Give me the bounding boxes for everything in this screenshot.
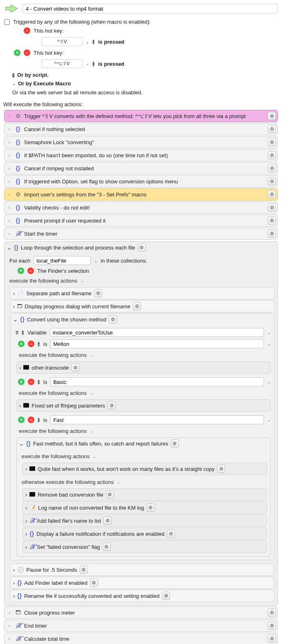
action-start-timer[interactable]: › 𝒳 Start the timer ⚙ <box>4 227 278 240</box>
action-separate-path[interactable]: › 📄 Separate path and filename ⚙ <box>10 287 274 299</box>
disclosure-chevron[interactable]: › <box>7 166 12 171</box>
disclosure-chevron[interactable]: › <box>13 290 15 296</box>
action-options-button[interactable]: ⚙ <box>90 579 98 587</box>
action-options-button[interactable]: ⚙ <box>147 504 155 512</box>
disclosure-chevron[interactable]: › <box>25 505 27 511</box>
disclosure-chevron[interactable]: › <box>7 637 12 641</box>
action-add-finder-label[interactable]: › {} Add Finder label if enabled ⚙ <box>10 577 274 589</box>
case-value-input[interactable] <box>50 339 264 348</box>
collapse-chevron[interactable]: ⌄ <box>90 353 93 357</box>
disclosure-chevron[interactable]: › <box>19 365 21 371</box>
add-collection-button[interactable] <box>18 267 24 274</box>
disclosure-chevron[interactable]: › <box>7 611 12 615</box>
action-rename-file[interactable]: › {} Rename file if successfully convert… <box>10 590 274 602</box>
action-options-button[interactable]: ⚙ <box>109 315 117 323</box>
action-end-timer[interactable]: › 𝒳 End timer ⚙ <box>4 619 278 632</box>
action-options-button[interactable]: ⚙ <box>268 230 276 238</box>
condition-variable-input[interactable] <box>50 328 264 337</box>
triggered-checkbox[interactable] <box>4 19 10 25</box>
add-case-button[interactable] <box>18 379 25 385</box>
disclosure-chevron[interactable]: › <box>7 205 12 210</box>
hotkey-stepper-1[interactable] <box>92 39 95 44</box>
action-validity-checks[interactable]: › {} Validity checks - do not edit! ⚙ <box>4 201 278 214</box>
action-close-progress[interactable]: › 🗔 Close progress meter ⚙ <box>4 606 278 619</box>
disclosure-chevron[interactable]: › <box>25 531 27 537</box>
condition-var-menu[interactable]: ⌄ <box>267 330 271 335</box>
disclosure-chevron[interactable]: › <box>13 580 15 586</box>
action-semaphore-lock[interactable]: › {} Semaphore Lock "converting" ⚙ <box>4 136 278 148</box>
add-case-button[interactable] <box>18 417 25 423</box>
action-log-name[interactable]: › 📝 Log name of non-converted file to th… <box>22 501 267 514</box>
action-ffmpeg-fixed[interactable]: › Fixed set of ffmpeg parameters ⚙ <box>16 399 271 412</box>
disclosure-chevron[interactable]: › <box>25 492 27 498</box>
hotkey-menu-2[interactable]: ⌄ <box>86 62 89 66</box>
case-value-input[interactable] <box>50 415 264 424</box>
disclosure-chevron[interactable]: › <box>19 403 21 409</box>
disclosure-chevron[interactable]: › <box>7 232 12 236</box>
action-other-transcode[interactable]: › other-transcode ⚙ <box>16 361 271 374</box>
disclosure-chevron[interactable]: ⌄ <box>13 316 18 323</box>
action-options-button[interactable]: ⚙ <box>268 125 276 133</box>
action-options-button[interactable]: ⚙ <box>107 401 116 410</box>
action-present-prompt[interactable]: › {} Present prompt if user requested it… <box>4 214 278 227</box>
disclosure-chevron[interactable]: › <box>25 544 27 550</box>
action-if-path[interactable]: › {} If $PATH hasn't been imported, do s… <box>4 149 278 161</box>
action-remove-bad-file[interactable]: › Remove bad conversion file ⚙ <box>22 488 267 501</box>
action-add-failed-name[interactable]: › 𝒳 Add failed file's name to list ⚙ <box>22 515 267 527</box>
action-options-button[interactable]: ⚙ <box>268 635 276 643</box>
action-options-button[interactable]: ⚙ <box>217 465 225 473</box>
action-options-button[interactable]: ⚙ <box>103 543 111 551</box>
disclosure-chevron[interactable]: › <box>7 140 12 145</box>
case-value-input[interactable] <box>50 377 264 386</box>
action-display-failure[interactable]: › {} Display a failure notification if n… <box>22 528 267 540</box>
add-trigger-button[interactable] <box>14 49 20 56</box>
hotkey-stepper-2[interactable] <box>92 61 95 66</box>
loop-variable-input[interactable] <box>34 256 91 265</box>
collapse-chevron[interactable]: ⌄ <box>93 454 96 459</box>
disclosure-chevron[interactable]: › <box>13 567 15 573</box>
is-stepper[interactable] <box>38 417 40 422</box>
action-import-settings[interactable]: › ⚙ Import user's settings from the "3 -… <box>4 188 278 201</box>
disclosure-chevron[interactable]: ⌄ <box>7 245 11 251</box>
condition-type-stepper[interactable] <box>22 330 24 335</box>
action-options-button[interactable]: ⚙ <box>94 289 102 297</box>
action-fast-try[interactable]: › Quite fast when it works, but won't wo… <box>22 463 267 475</box>
disclosure-chevron[interactable]: › <box>7 114 12 118</box>
action-options-button[interactable]: ⚙ <box>268 138 276 146</box>
action-options-button[interactable]: ⚙ <box>171 439 179 448</box>
is-stepper[interactable] <box>38 341 40 346</box>
disclosure-chevron[interactable]: › <box>13 303 15 310</box>
remove-collection-button[interactable] <box>27 267 34 274</box>
macro-title-input[interactable] <box>22 4 278 13</box>
hotkey-menu-1[interactable]: ⌄ <box>86 40 89 44</box>
disclosure-chevron[interactable]: › <box>7 179 12 184</box>
disclosure-chevron[interactable]: › <box>7 192 12 197</box>
action-option-flag[interactable]: › {} If triggered with Option, set flag … <box>4 175 278 187</box>
convert-header[interactable]: ⌄ {} Convert using the chosen method ⚙ <box>11 314 274 325</box>
hotkey-field-2[interactable]: ^⌥⇧V <box>42 59 83 68</box>
hotkey-field-1[interactable]: ^⇧V <box>42 37 83 46</box>
action-options-button[interactable]: ⚙ <box>103 517 112 525</box>
case-value-menu[interactable]: ⌄ <box>267 418 271 422</box>
action-options-button[interactable]: ⚙ <box>133 302 141 310</box>
case-value-menu[interactable]: ⌄ <box>267 342 271 346</box>
disclosure-chevron[interactable]: › <box>25 466 27 472</box>
collapse-chevron[interactable]: ⌄ <box>81 279 84 283</box>
action-comment-trigger[interactable]: › ⚙ Trigger ^⇧V converts with the define… <box>4 110 278 122</box>
remove-case-button[interactable] <box>28 379 34 385</box>
action-options-button[interactable]: ⚙ <box>71 363 79 372</box>
action-set-failed-flag[interactable]: › 𝒳 Set "failed conversion" flag ⚙ <box>22 541 267 553</box>
action-options-button[interactable]: ⚙ <box>106 490 114 499</box>
collapse-chevron[interactable]: ⌄ <box>90 429 93 433</box>
collapse-chevron[interactable]: ⌄ <box>90 391 93 395</box>
loop-var-menu[interactable]: ⌄ <box>94 258 97 263</box>
collapse-chevron[interactable]: ⌄ <box>117 480 120 484</box>
add-case-button[interactable] <box>18 341 25 347</box>
disclosure-chevron[interactable]: › <box>7 153 12 158</box>
action-options-button[interactable]: ⚙ <box>162 592 170 600</box>
disclosure-chevron[interactable]: ⌄ <box>19 441 24 447</box>
action-cancel-nothing[interactable]: › {} Cancel if nothing selected ⚙ <box>4 123 278 135</box>
or-exec-chevron[interactable]: ⌄ <box>12 81 16 86</box>
action-options-button[interactable]: ⚙ <box>268 203 276 212</box>
action-cancel-mmpeg[interactable]: › {} Cancel if mmpeg not installed ⚙ <box>4 162 278 174</box>
